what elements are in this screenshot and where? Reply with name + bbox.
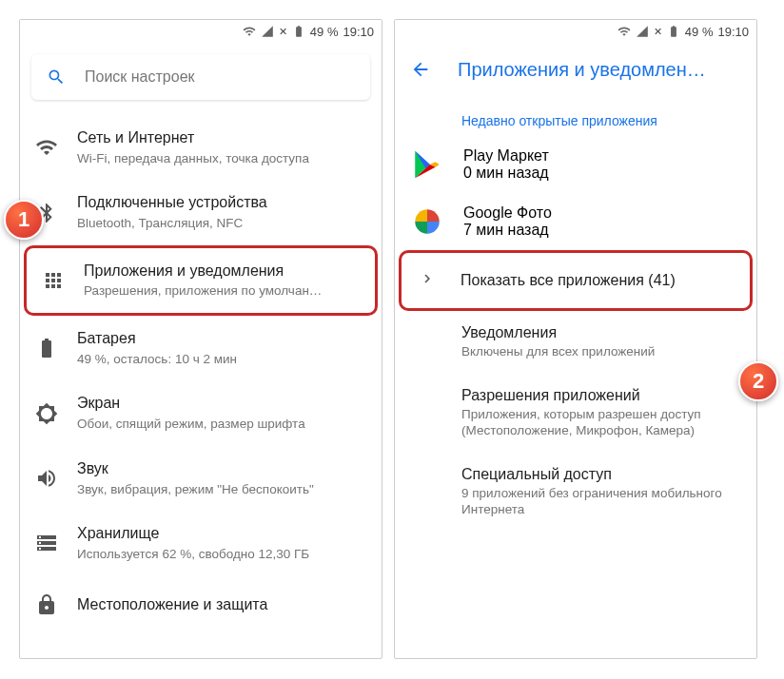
back-arrow-icon[interactable]	[410, 59, 431, 80]
app-name: Google Фото	[463, 204, 552, 222]
wifi-icon	[243, 25, 256, 38]
status-time: 19:10	[343, 25, 374, 39]
section-header-recent: Недавно открытые приложения	[395, 96, 756, 136]
lock-icon	[35, 593, 58, 616]
item-subtitle: Wi-Fi, передача данных, точка доступа	[77, 150, 366, 167]
item-title: Звук	[77, 459, 366, 479]
apps-icon	[42, 269, 65, 292]
phone-right-apps: ✕ 49 % 19:10 Приложения и уведомлен… Нед…	[394, 19, 757, 659]
item-title: Приложения и уведомления	[84, 262, 360, 281]
battery-icon	[292, 25, 305, 38]
wifi-icon	[617, 25, 631, 38]
item-subtitle: 49 %, осталось: 10 ч 2 мин	[77, 351, 366, 368]
settings-item-network[interactable]: Сеть и ИнтернетWi-Fi, передача данных, т…	[20, 115, 382, 180]
item-title: Местоположение и защита	[77, 595, 366, 615]
signal-icon	[261, 25, 274, 38]
item-title: Хранилище	[77, 524, 366, 544]
pref-subtitle: Включены для всех приложений	[461, 343, 741, 360]
settings-item-sound[interactable]: ЗвукЗвук, вибрация, режим "Не беспокоить…	[20, 446, 382, 511]
pref-title: Уведомления	[461, 324, 741, 341]
pref-notifications[interactable]: Уведомления Включены для всех приложений	[395, 311, 756, 374]
item-title: Подключенные устройства	[77, 193, 366, 213]
show-all-apps[interactable]: Показать все приложения (41)	[399, 250, 753, 311]
settings-item-connected[interactable]: Подключенные устройстваBluetooth, Трансл…	[20, 180, 382, 244]
status-time: 19:10	[717, 25, 749, 39]
pref-title: Разрешения приложений	[461, 387, 741, 404]
storage-icon	[35, 532, 58, 554]
page-title: Приложения и уведомлен…	[458, 59, 706, 81]
item-subtitle: Используется 62 %, свободно 12,30 ГБ	[77, 546, 366, 563]
battery-percent: 49 %	[685, 25, 714, 39]
settings-item-apps-notifications[interactable]: Приложения и уведомленияРазрешения, прил…	[24, 245, 378, 316]
step-badge-2: 2	[738, 361, 778, 401]
phone-left-settings: ✕ 49 % 19:10 Поиск настроек Сеть и Интер…	[19, 19, 382, 659]
wifi-icon	[35, 136, 58, 159]
battery-icon	[35, 337, 58, 359]
search-bar[interactable]: Поиск настроек	[31, 54, 370, 100]
search-placeholder: Поиск настроек	[85, 68, 195, 86]
item-title: Сеть и Интернет	[77, 128, 366, 148]
pref-title: Специальный доступ	[461, 466, 741, 483]
search-icon	[47, 68, 66, 87]
play-store-icon	[410, 147, 444, 182]
chevron-right-icon	[417, 270, 438, 291]
brightness-icon	[35, 402, 58, 425]
item-subtitle: Обои, спящий режим, размер шрифта	[77, 416, 366, 433]
pref-special-access[interactable]: Специальный доступ 9 приложений без огра…	[395, 453, 756, 532]
item-subtitle: Разрешения, приложения по умолчан…	[84, 282, 360, 300]
signal-x-icon: ✕	[279, 26, 287, 38]
app-time: 0 мин назад	[463, 165, 549, 182]
settings-item-storage[interactable]: ХранилищеИспользуется 62 %, свободно 12,…	[20, 511, 382, 575]
status-bar: ✕ 49 % 19:10	[20, 20, 382, 43]
recent-app-google-photos[interactable]: Google Фото7 мин назад	[395, 193, 756, 250]
pref-app-permissions[interactable]: Разрешения приложений Приложения, которы…	[395, 374, 756, 453]
item-title: Экран	[77, 394, 366, 414]
show-all-label: Показать все приложения (41)	[461, 272, 676, 289]
battery-icon	[667, 25, 680, 38]
settings-item-battery[interactable]: Батарея49 %, осталось: 10 ч 2 мин	[20, 316, 382, 380]
step-badge-1: 1	[4, 200, 44, 240]
volume-icon	[35, 467, 58, 490]
item-title: Батарея	[77, 329, 366, 349]
google-photos-icon	[410, 204, 444, 239]
item-subtitle: Bluetooth, Трансляция, NFC	[77, 215, 366, 232]
settings-item-display[interactable]: ЭкранОбои, спящий режим, размер шрифта	[20, 380, 382, 445]
app-bar: Приложения и уведомлен…	[395, 43, 756, 96]
recent-app-play-market[interactable]: Play Маркет0 мин назад	[395, 136, 756, 193]
signal-x-icon: ✕	[654, 26, 662, 38]
app-name: Play Маркет	[463, 147, 549, 165]
pref-subtitle: Приложения, которым разрешен доступ (Мес…	[461, 406, 741, 439]
status-bar: ✕ 49 % 19:10	[395, 20, 756, 43]
signal-icon	[636, 25, 649, 38]
app-time: 7 мин назад	[463, 222, 552, 239]
item-subtitle: Звук, вибрация, режим "Не беспокоить"	[77, 481, 366, 498]
settings-item-location[interactable]: Местоположение и защита	[20, 575, 382, 634]
pref-subtitle: 9 приложений без ограничения мобильного …	[461, 485, 741, 518]
battery-percent: 49 %	[310, 25, 339, 39]
